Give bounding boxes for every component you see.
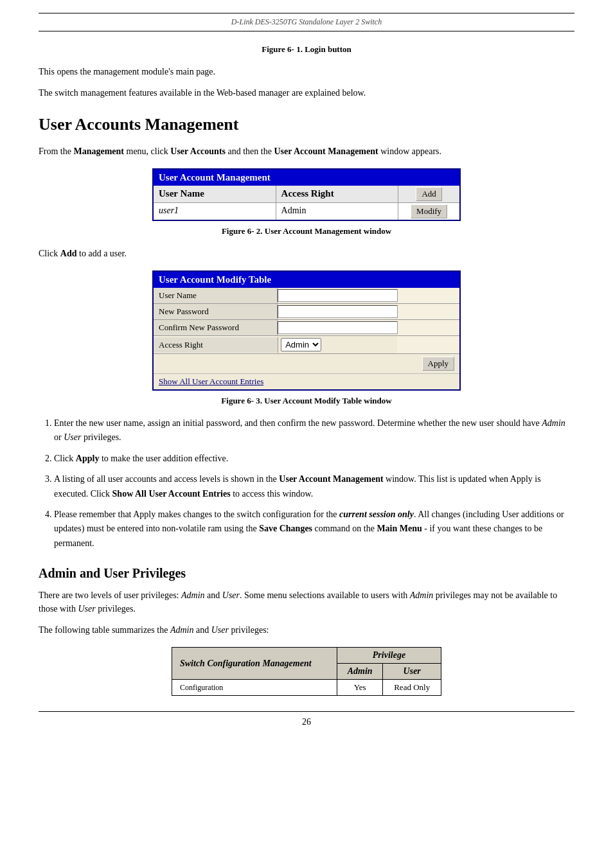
uat-col-btn: Add [398, 186, 459, 202]
user-account-modify-table: User Account Modify Table User Name New … [152, 270, 461, 391]
uamt-access-row: Access Right Admin User [154, 336, 459, 354]
uamt-label-confirm: Confirm New Password [154, 320, 278, 335]
priv-td-user-val: Read Only [383, 680, 441, 696]
apply-button[interactable]: Apply [422, 357, 455, 371]
step-2: Click Apply to make the user addition ef… [54, 452, 574, 466]
step-1: Enter the new user name, assign an initi… [54, 416, 574, 445]
uamt-username-row: User Name [154, 288, 459, 304]
bottom-rule-header [39, 31, 574, 31]
uamt-apply-row: Apply [154, 354, 459, 373]
priv-td-admin-val: Yes [337, 680, 383, 696]
show-all-entries-link[interactable]: Show All User Account Entries [159, 376, 263, 386]
uat-modify-btn-cell: Modify [398, 203, 459, 220]
uamt-label-access: Access Right [154, 337, 278, 353]
priv-th-privilege: Privilege [337, 648, 441, 664]
intro-line1: This opens the management module's main … [39, 65, 574, 78]
step-4: Please remember that Apply makes changes… [54, 508, 574, 551]
username-input[interactable] [278, 289, 397, 302]
uat-col-username: User Name [154, 186, 276, 202]
steps-list: Enter the new user name, assign an initi… [54, 416, 574, 551]
priv-th-admin: Admin [337, 664, 383, 680]
step-3: A listing of all user accounts and acces… [54, 472, 574, 501]
figure1-caption: Figure 6- 1. Login button [39, 44, 574, 55]
privilege-table: Switch Configuration Management Privileg… [172, 647, 441, 696]
uamt-label-newpass: New Password [154, 304, 278, 319]
uat-column-row: User Name Access Right Add [154, 186, 459, 203]
add-button[interactable]: Add [416, 187, 441, 201]
uat-data-row: user1 Admin Modify [154, 203, 459, 220]
confirmpassword-input[interactable] [278, 321, 397, 334]
newpassword-input[interactable] [278, 305, 397, 318]
section-user-accounts-desc: From the Management menu, click User Acc… [39, 145, 574, 158]
access-right-select[interactable]: Admin User [281, 338, 321, 351]
page-number: 26 [302, 717, 311, 727]
priv-th-config: Switch Configuration Management [172, 648, 337, 680]
uamt-newpass-row: New Password [154, 304, 459, 320]
modify-button[interactable]: Modify [411, 204, 447, 218]
section-user-accounts-heading: User Accounts Management [39, 115, 574, 134]
uat-user1-name: user1 [154, 203, 276, 220]
admin-para2: The following table summarizes the Admin… [39, 623, 574, 637]
privilege-table-container: Switch Configuration Management Privileg… [39, 647, 574, 696]
page-footer: 26 [39, 711, 574, 727]
click-add-text: Click Add to add a user. [39, 247, 574, 260]
uamt-label-username: User Name [154, 288, 278, 303]
user-account-management-table: User Account Management User Name Access… [152, 168, 461, 221]
priv-header-row1: Switch Configuration Management Privileg… [172, 648, 441, 664]
page-wrapper: D-Link DES-3250TG Standalone Layer 2 Swi… [0, 0, 613, 753]
uamt-empty-1 [398, 294, 459, 297]
top-rule [39, 13, 574, 13]
uamt-confirm-row: Confirm New Password [154, 320, 459, 336]
uat-user1-access: Admin [276, 203, 399, 220]
uat-col-accessright: Access Right [276, 186, 399, 202]
uat-window-container: User Account Management User Name Access… [39, 168, 574, 221]
uamt-header: User Account Modify Table [154, 272, 459, 288]
uamt-empty-3 [398, 326, 459, 329]
priv-row-1: Configuration Yes Read Only [172, 680, 441, 696]
uat-header: User Account Management [154, 170, 459, 186]
uamt-window-container: User Account Modify Table User Name New … [39, 270, 574, 391]
header-title: D-Link DES-3250TG Standalone Layer 2 Swi… [39, 17, 574, 27]
admin-para1: There are two levels of user privileges:… [39, 589, 574, 616]
uamt-empty-2 [398, 310, 459, 313]
uamt-link-row: Show All User Account Entries [154, 373, 459, 389]
intro-line2: The switch management features available… [39, 86, 574, 100]
priv-td-config-label: Configuration [172, 680, 337, 696]
priv-th-user: User [383, 664, 441, 680]
figure3-caption: Figure 6- 3. User Account Modify Table w… [39, 396, 574, 406]
uamt-empty-4 [397, 344, 459, 346]
figure2-caption: Figure 6- 2. User Account Management win… [39, 226, 574, 236]
uamt-select-cell: Admin User [278, 336, 397, 353]
section-admin-heading: Admin and User Privileges [39, 566, 574, 581]
